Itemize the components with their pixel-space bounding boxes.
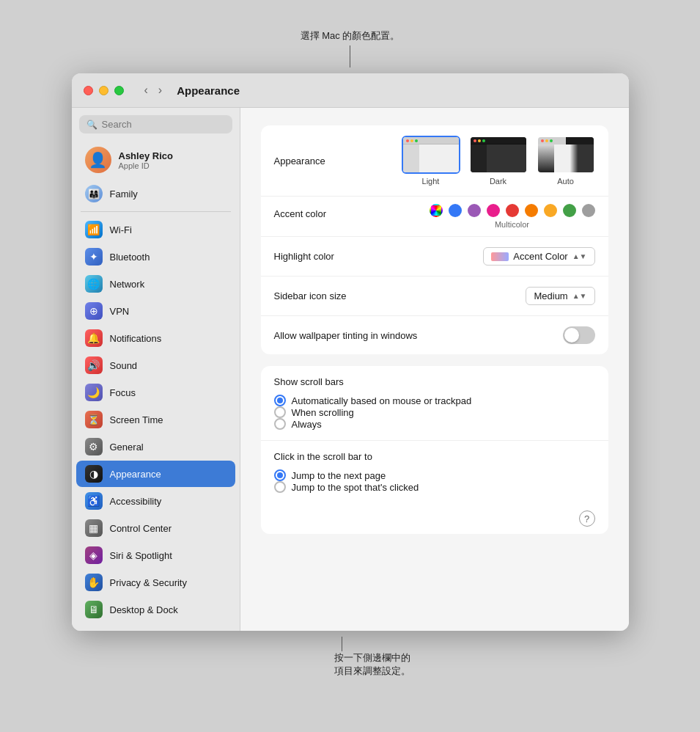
highlight-swatch: [491, 252, 509, 261]
sound-icon: 🔊: [85, 356, 103, 374]
click-scroll-options: Jump to the next page Jump to the spot t…: [274, 469, 595, 493]
maximize-button[interactable]: [114, 86, 124, 95]
sidebar-label-sound: Sound: [110, 360, 138, 371]
radio-auto: [274, 395, 286, 406]
accent-color-pink[interactable]: [487, 204, 500, 217]
forward-button[interactable]: ›: [155, 82, 165, 98]
help-row: ?: [261, 503, 608, 534]
search-box[interactable]: 🔍: [79, 115, 232, 133]
click-radio-label-next_page: Jump to the next page: [292, 470, 386, 481]
highlight-color-control: Accent Color ▲▼: [391, 247, 595, 266]
sidebar-items-container: 📶Wi-Fi✦Bluetooth🌐Network⊕VPN🔔Notificatio…: [72, 216, 240, 623]
desktop-icon: 🖥: [85, 601, 103, 618]
toggle-knob: [564, 328, 579, 343]
appearance-control: Light Dark Auto: [391, 136, 595, 186]
sidebar-icon-size-dropdown[interactable]: Medium ▲▼: [526, 287, 594, 305]
vpn-icon: ⊕: [85, 302, 103, 320]
sidebar-item-privacy[interactable]: ✋Privacy & Security: [76, 569, 235, 596]
accent-color-blue[interactable]: [449, 204, 462, 217]
show-scroll-bars-title: Show scroll bars: [274, 376, 595, 387]
profile-name: Ashley Rico: [119, 150, 173, 161]
dropdown-arrows: ▲▼: [572, 253, 587, 260]
sidebar-item-network[interactable]: 🌐Network: [76, 271, 235, 297]
sidebar-label-focus: Focus: [110, 387, 136, 398]
accent-color-red[interactable]: [506, 204, 519, 217]
sidebar-item-vpn[interactable]: ⊕VPN: [76, 298, 235, 324]
sidebar-item-appearance[interactable]: ◑Appearance: [76, 461, 235, 487]
back-button[interactable]: ‹: [141, 82, 151, 98]
scroll-bars-block: Show scroll bars Automatically based on …: [261, 366, 608, 534]
radio-label-always: Always: [292, 419, 322, 430]
notifications-icon: 🔔: [85, 329, 103, 347]
titlebar: ‹ › Appearance: [72, 73, 629, 108]
family-icon: 👨‍👩‍👧: [85, 185, 103, 202]
sidebar-icon-size-row: Sidebar icon size Medium ▲▼: [261, 277, 608, 316]
sidebar-label-desktop: Desktop & Dock: [110, 604, 178, 615]
sidebar-item-siri[interactable]: ◈Siri & Spotlight: [76, 542, 235, 568]
sidebar-item-sound[interactable]: 🔊Sound: [76, 352, 235, 378]
scroll-bar-option-scrolling[interactable]: When scrolling: [274, 406, 595, 418]
click-scroll-option-spot_clicked[interactable]: Jump to the spot that's clicked: [274, 481, 595, 493]
sidebar-item-notifications[interactable]: 🔔Notifications: [76, 325, 235, 351]
privacy-icon: ✋: [85, 574, 103, 591]
scroll-bar-option-always[interactable]: Always: [274, 418, 595, 430]
sidebar-item-controlcenter[interactable]: ▦Control Center: [76, 515, 235, 541]
scroll-bar-option-auto[interactable]: Automatically based on mouse or trackpad: [274, 395, 595, 406]
wallpaper-tinting-row: Allow wallpaper tinting in windows: [261, 316, 608, 354]
nav-buttons: ‹ ›: [141, 82, 166, 98]
sidebar: 🔍 👤 Ashley Rico Apple ID 👨‍👩‍👧 Family: [72, 108, 240, 631]
wallpaper-tinting-label: Allow wallpaper tinting in windows: [274, 330, 418, 341]
appearance-block: Appearance Light Dark: [261, 125, 608, 354]
sidebar-label-screentime: Screen Time: [110, 414, 163, 425]
click-radio-spot_clicked: [274, 481, 286, 493]
appearance-setting-row: Appearance Light Dark: [261, 125, 608, 197]
avatar: 👤: [85, 147, 111, 173]
accent-color-multicolor[interactable]: [430, 204, 443, 217]
highlight-color-row: Highlight color Accent Color ▲▼: [261, 237, 608, 277]
accent-color-yellow[interactable]: [544, 204, 557, 217]
content-area: Appearance Light Dark: [240, 108, 629, 631]
accessibility-icon: ♿: [85, 492, 103, 510]
accent-color-green[interactable]: [563, 204, 576, 217]
appearance-option-auto[interactable]: Auto: [537, 136, 595, 186]
sidebar-item-screentime[interactable]: ⏳Screen Time: [76, 406, 235, 433]
accent-color-orange[interactable]: [525, 204, 538, 217]
sidebar-item-family[interactable]: 👨‍👩‍👧 Family: [76, 180, 235, 207]
search-input[interactable]: [102, 119, 225, 130]
sidebar-label-controlcenter: Control Center: [110, 523, 172, 534]
sidebar-label-wifi: Wi-Fi: [110, 224, 132, 235]
close-button[interactable]: [84, 86, 93, 95]
wallpaper-tinting-toggle[interactable]: [563, 326, 595, 344]
sidebar-item-accessibility[interactable]: ♿Accessibility: [76, 488, 235, 514]
profile-row[interactable]: 👤 Ashley Rico Apple ID: [76, 141, 235, 179]
appearance-preview-dark: [469, 136, 528, 174]
highlight-color-value: Accent Color: [513, 251, 567, 262]
accent-color-purple[interactable]: [468, 204, 481, 217]
divider-1: [81, 211, 231, 212]
appearance-options: Light Dark Auto: [402, 136, 595, 186]
minimize-button[interactable]: [99, 86, 108, 95]
sidebar-item-general[interactable]: ⚙General: [76, 433, 235, 460]
appearance-option-light[interactable]: Light: [402, 136, 460, 186]
search-icon: 🔍: [86, 120, 97, 130]
sidebar-item-focus[interactable]: 🌙Focus: [76, 379, 235, 406]
click-radio-label-spot_clicked: Jump to the spot that's clicked: [292, 482, 419, 493]
appearance-label-light: Light: [422, 177, 440, 186]
accent-color-gray[interactable]: [582, 204, 595, 217]
appearance-label: Appearance: [274, 155, 391, 166]
profile-sub: Apple ID: [119, 161, 173, 170]
main-layout: 🔍 👤 Ashley Rico Apple ID 👨‍👩‍👧 Family: [72, 108, 629, 631]
help-button[interactable]: ?: [579, 510, 595, 527]
highlight-color-dropdown[interactable]: Accent Color ▲▼: [483, 247, 594, 266]
window-title: Appearance: [177, 84, 240, 97]
sidebar-item-desktop[interactable]: 🖥Desktop & Dock: [76, 596, 235, 623]
sidebar-item-bluetooth[interactable]: ✦Bluetooth: [76, 244, 235, 270]
appearance-option-dark[interactable]: Dark: [469, 136, 528, 186]
siri-icon: ◈: [85, 546, 103, 564]
click-scroll-option-next_page[interactable]: Jump to the next page: [274, 469, 595, 481]
sidebar-item-wifi[interactable]: 📶Wi-Fi: [76, 216, 235, 243]
radio-scrolling: [274, 406, 286, 418]
click-radio-next_page: [274, 469, 286, 481]
annotation-top-text: 選擇 Mac 的顏色配置。: [301, 29, 400, 43]
sidebar-icon-size-value: Medium: [534, 290, 567, 301]
